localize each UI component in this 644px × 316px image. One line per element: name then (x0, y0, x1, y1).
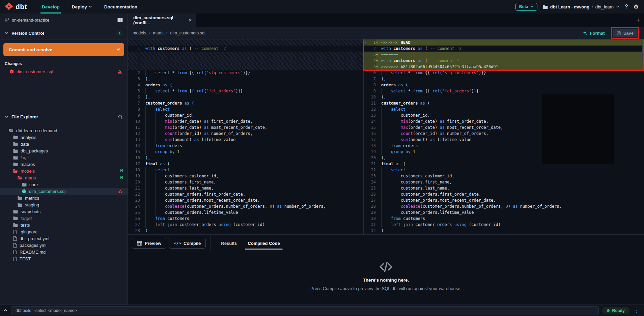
tab-dim-customers[interactable]: dim_customers.sql (confli... × (128, 13, 196, 27)
editor-pane-working[interactable]: 1with customers as ( -- comment 22 selec… (128, 39, 364, 234)
tree-item-models[interactable]: modelsM (0, 168, 128, 174)
compile-button[interactable]: </> Compile (169, 238, 206, 249)
status-text: Ready (612, 308, 625, 313)
code-line: 7customer_orders as ( (128, 100, 363, 106)
tree-item-test[interactable]: TEST (0, 255, 128, 262)
nav-item-deploy[interactable]: Deploy (66, 0, 98, 13)
tree-item-snapshots[interactable]: snapshots (0, 208, 128, 215)
editor-scrollbar[interactable] (642, 41, 643, 62)
tree-item-dbt-project-yml[interactable]: dbt_project.yml (0, 235, 128, 242)
code-line: 22 customer_orders.first_order_date, (128, 191, 363, 197)
folder-icon (13, 162, 18, 166)
tree-item-staging[interactable]: staging (0, 201, 128, 208)
folder-icon (13, 155, 18, 160)
line-number: 12 (128, 131, 140, 137)
command-input[interactable] (11, 306, 599, 315)
kebab-menu-icon[interactable]: ⋮ (633, 308, 641, 314)
format-button[interactable]: Format (583, 31, 605, 36)
code-line: 5+>>>>>>> b81f802a66fd544504c65721e3ffaa… (364, 64, 644, 70)
tab-label: dim_customers.sql (confli... (133, 15, 186, 25)
nav-item-label: Documentation (104, 4, 137, 9)
indent-guide (381, 70, 382, 76)
fold-marker-icon[interactable]: − (364, 39, 366, 46)
settings-gear-button[interactable]: ⚙ (634, 3, 639, 10)
indent-guide (391, 173, 391, 179)
model-cube-icon (9, 69, 14, 74)
code-line-content: select * from {{ ref('stg_customers')}} (143, 70, 363, 76)
diff-flag (376, 76, 379, 82)
tree-item-logs[interactable]: logs (0, 154, 128, 161)
chevron-up-icon[interactable] (3, 308, 8, 313)
commit-and-resolve-button[interactable]: Commit and resolve (3, 43, 124, 56)
tree-item-label: TEST (20, 256, 31, 261)
code-line-content: select * from {{ ref('stg_customers')}} (379, 70, 644, 76)
results-tab-results[interactable]: Results (216, 235, 242, 252)
diff-flag (140, 185, 143, 191)
tree-item-label: dbt_project.yml (20, 236, 49, 241)
results-tab-compiled-code[interactable]: Compiled Code (242, 235, 285, 252)
conflict-warning-icon (117, 69, 122, 74)
indent-guide (391, 137, 391, 143)
docs-book-icon[interactable] (117, 18, 123, 23)
tree-item-label: marts (25, 175, 36, 180)
diff-flag (140, 112, 143, 118)
version-control-header[interactable]: Version Control 1 (0, 27, 128, 39)
tree-item-macros[interactable]: macros (0, 161, 128, 168)
tree-item-readme-md[interactable]: README.md (0, 249, 128, 255)
new-tab-plus-button[interactable]: + (634, 13, 642, 27)
diff-flag (140, 76, 143, 82)
code-line: 19 customers.customer_id, (128, 173, 363, 179)
diff-flag (376, 185, 379, 191)
save-button[interactable]: Save (613, 29, 638, 37)
tree-item-dbt-learn-on-demand[interactable]: dbt-learn-on-demand (0, 127, 128, 134)
nav-item-documentation[interactable]: Documentation (98, 0, 143, 13)
tree-item-core[interactable]: core (0, 181, 128, 188)
commit-options-caret[interactable] (112, 43, 124, 56)
account-project-switcher[interactable]: dbt Learn - mwong / dbt_learn (543, 4, 619, 9)
tree-item-dim-customers-sql[interactable]: dim_customers.sql (0, 188, 128, 195)
results-tabs: ResultsCompiled Code (216, 235, 285, 252)
indent-guide (145, 124, 146, 131)
breadcrumb-separator: › (166, 31, 168, 35)
search-icon[interactable] (118, 115, 123, 119)
tree-item-packages-yml[interactable]: packages.yml (0, 242, 128, 249)
file-explorer-header[interactable]: File Explorer (0, 111, 128, 123)
line-number: 22 (364, 167, 376, 173)
close-icon[interactable]: × (189, 18, 192, 23)
status-badge: Ready (602, 307, 629, 314)
code-line: 28) (128, 228, 363, 234)
tree-item-label: tests (21, 223, 30, 228)
diff-flag (140, 70, 143, 76)
tree-item-data[interactable]: data (0, 141, 128, 147)
indent-guide (145, 216, 146, 222)
status-dot-icon (607, 309, 610, 312)
changed-file-dim-customers[interactable]: dim_customers.sql (0, 68, 128, 75)
preview-button[interactable]: Preview (132, 238, 166, 249)
diff-flag (376, 112, 379, 118)
diff-flag (376, 70, 379, 76)
tree-item--gitignore[interactable]: .gitignore (0, 228, 128, 235)
tree-item-label: metrics (25, 196, 39, 201)
tree-item-dbt-packages[interactable]: dbt_packages (0, 147, 128, 154)
indent-guide (145, 149, 146, 155)
nav-item-develop[interactable]: Develop (36, 0, 66, 13)
diff-flag: + (376, 39, 379, 46)
tree-item-target[interactable]: target (0, 215, 128, 222)
code-line: 6 select * from {{ ref('stg_customers')}… (364, 70, 644, 76)
tree-item-tests[interactable]: tests (0, 222, 128, 228)
indent-guide (391, 179, 391, 185)
help-button[interactable]: ? (625, 4, 628, 10)
diff-flag (140, 94, 143, 100)
indent-guide (381, 191, 382, 197)
code-line: 17final as ( (128, 161, 363, 167)
indent-guide (145, 70, 146, 76)
indent-guide (381, 118, 382, 124)
tree-item-analysis[interactable]: analysis (0, 134, 128, 141)
beta-dropdown[interactable]: Beta (515, 3, 537, 11)
tree-item-metrics[interactable]: metrics (0, 195, 128, 201)
tree-item-marts[interactable]: martsM (0, 174, 128, 181)
file-icon (13, 257, 17, 261)
diff-flag (140, 197, 143, 203)
indent-guide (391, 118, 391, 124)
dbt-logo[interactable]: dbt (0, 0, 36, 13)
